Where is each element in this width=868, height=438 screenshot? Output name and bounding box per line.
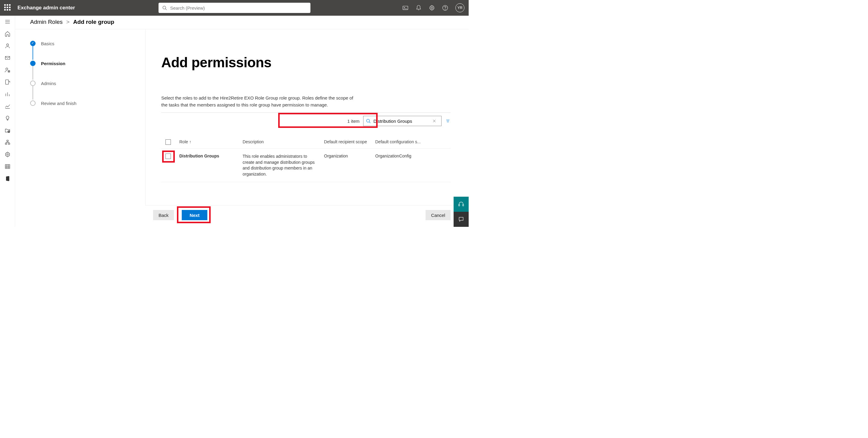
svg-point-13 xyxy=(6,68,8,70)
row-role-name: Distribution Groups xyxy=(179,153,243,158)
gear-icon[interactable] xyxy=(4,151,10,157)
hamburger-icon[interactable] xyxy=(4,19,10,25)
breadcrumb: Admin Roles > Add role group xyxy=(30,19,114,25)
svg-rect-43 xyxy=(459,205,460,206)
svg-point-15 xyxy=(8,71,9,72)
step-basics[interactable]: Basics xyxy=(30,39,130,48)
list-options-icon[interactable] xyxy=(445,119,451,123)
table-icon[interactable] xyxy=(4,164,10,170)
item-count: 1 item xyxy=(347,119,360,124)
org-icon[interactable] xyxy=(4,139,10,145)
col-role[interactable]: Role xyxy=(179,139,243,144)
page-description: Select the roles to add to the Hire2Reti… xyxy=(161,95,354,108)
global-search-input[interactable] xyxy=(170,5,307,10)
search-icon xyxy=(366,119,371,124)
roles-table: Role Description Default recipient scope… xyxy=(161,139,451,182)
row-scope: Organization xyxy=(324,153,375,158)
col-scope[interactable]: Default recipient scope xyxy=(324,139,375,144)
back-button[interactable]: Back xyxy=(153,210,174,220)
role-filter-box[interactable] xyxy=(363,116,441,126)
svg-point-11 xyxy=(6,44,8,46)
svg-rect-24 xyxy=(5,143,7,145)
page-title: Add permissions xyxy=(161,54,451,70)
breadcrumb-current: Add role group xyxy=(73,19,114,25)
office-icon[interactable] xyxy=(4,176,10,182)
search-icon xyxy=(162,5,167,10)
home-icon[interactable] xyxy=(4,31,10,37)
migration-icon[interactable] xyxy=(4,79,10,85)
svg-point-0 xyxy=(163,6,166,9)
notifications-icon[interactable] xyxy=(415,5,422,11)
recipients-icon[interactable] xyxy=(4,43,10,49)
next-button[interactable]: Next xyxy=(182,210,207,220)
select-all-checkbox[interactable] xyxy=(165,139,171,145)
svg-line-37 xyxy=(369,122,370,123)
public-folder-icon[interactable] xyxy=(4,127,10,133)
table-row[interactable]: Distribution Groups This role enables ad… xyxy=(161,149,451,182)
svg-line-1 xyxy=(165,8,166,10)
user-avatar[interactable]: YR xyxy=(456,3,464,12)
settings-icon[interactable] xyxy=(429,5,435,11)
insights-line-icon[interactable] xyxy=(4,103,10,109)
roles-icon[interactable] xyxy=(4,67,10,73)
support-headset-button[interactable] xyxy=(454,197,469,212)
svg-point-30 xyxy=(7,154,8,155)
col-config[interactable]: Default configuration s... xyxy=(375,139,427,144)
row-checkbox[interactable] xyxy=(165,153,171,159)
mail-icon[interactable] xyxy=(4,55,10,61)
col-description[interactable]: Description xyxy=(243,139,324,144)
breadcrumb-parent[interactable]: Admin Roles xyxy=(30,19,63,25)
svg-rect-25 xyxy=(8,143,10,145)
svg-rect-12 xyxy=(5,56,10,59)
help-icon[interactable] xyxy=(442,5,448,11)
wizard-stepper: Basics Permission Admins Review and fini… xyxy=(30,39,130,107)
reports-bar-icon[interactable] xyxy=(4,91,10,97)
svg-rect-2 xyxy=(403,6,408,10)
role-filter-input[interactable] xyxy=(373,119,432,124)
svg-rect-23 xyxy=(7,140,8,142)
row-config: OrganizationConfig xyxy=(375,153,427,158)
svg-rect-16 xyxy=(5,80,8,84)
wizard-footer: Back Next Cancel xyxy=(153,210,451,220)
svg-point-5 xyxy=(431,7,433,9)
svg-rect-44 xyxy=(463,205,464,206)
top-bar: Exchange admin center YR xyxy=(0,0,469,16)
global-search[interactable] xyxy=(158,3,310,13)
step-review[interactable]: Review and finish xyxy=(30,99,130,107)
svg-rect-14 xyxy=(8,70,10,72)
cloud-shell-icon[interactable] xyxy=(402,5,408,11)
svg-point-7 xyxy=(445,9,445,10)
lightbulb-icon[interactable] xyxy=(4,115,10,121)
feedback-button[interactable] xyxy=(454,212,469,227)
left-nav-rail xyxy=(0,16,15,227)
step-admins[interactable]: Admins xyxy=(30,79,130,87)
clear-filter-icon[interactable] xyxy=(432,119,436,123)
svg-point-36 xyxy=(367,119,370,122)
step-permission[interactable]: Permission xyxy=(30,59,130,67)
svg-rect-31 xyxy=(5,165,10,168)
cancel-button[interactable]: Cancel xyxy=(426,210,451,220)
breadcrumb-separator: > xyxy=(66,19,70,25)
app-title: Exchange admin center xyxy=(18,5,75,11)
highlight-search xyxy=(278,113,378,128)
row-description: This role enables administrators to crea… xyxy=(243,153,324,177)
app-launcher-icon[interactable] xyxy=(4,4,11,11)
